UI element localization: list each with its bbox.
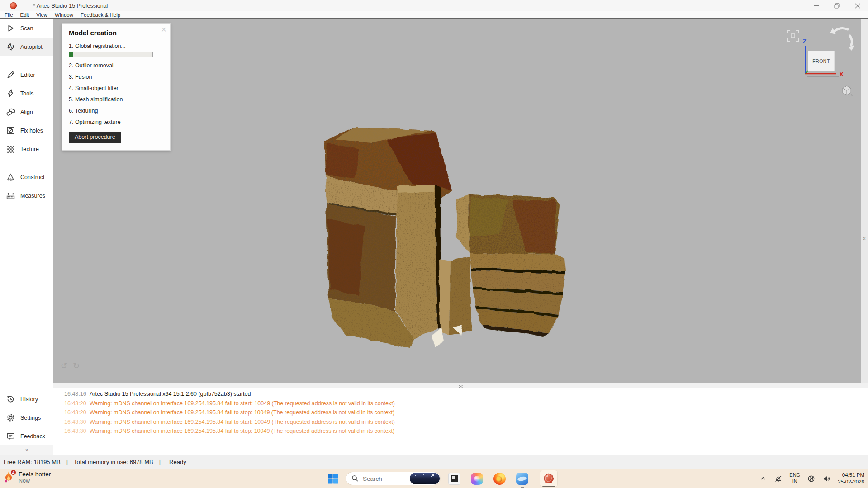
log-timestamp: 16:43:16: [64, 391, 90, 397]
artec-gem-icon: [543, 473, 555, 484]
sidebar-item-tools[interactable]: Tools: [0, 84, 53, 103]
title-bar: * Artec Studio 15 Professional: [0, 0, 868, 11]
model-step: 2. Outlier removal: [69, 62, 165, 69]
model-step: 1. Global registration...: [69, 43, 165, 49]
active-app-indicator: [542, 486, 555, 488]
language-indicator[interactable]: ENG IN: [789, 472, 800, 485]
model-step: 5. Mesh simplification: [69, 96, 165, 103]
log-line: 16:43:16Artec Studio 15 Professional x64…: [64, 391, 868, 400]
align-icon: [6, 107, 15, 117]
taskbar-search[interactable]: [346, 472, 441, 485]
search-input[interactable]: [363, 475, 408, 482]
sidebar-item-scan[interactable]: Scan: [0, 19, 53, 38]
model-steps: 1. Global registration...2. Outlier remo…: [69, 43, 165, 125]
z-axis-label[interactable]: Z: [802, 37, 806, 45]
fit-view-icon[interactable]: [787, 30, 798, 41]
log-message: Warning: mDNS channel on interface 169.2…: [90, 428, 394, 434]
log-message: Warning: mDNS channel on interface 169.2…: [90, 400, 395, 407]
sidebar-item-label: Editor: [20, 72, 35, 78]
sidebar-item-align[interactable]: Align: [0, 103, 53, 121]
panel-close-icon[interactable]: ×: [161, 24, 166, 35]
tray-overflow-chevron-icon[interactable]: [759, 474, 767, 483]
redo-button[interactable]: ↻: [73, 361, 80, 371]
log-timestamp: 16:43:30: [64, 428, 90, 434]
view-cube-icon[interactable]: [843, 86, 853, 95]
tools-icon: [6, 89, 15, 98]
viewport-3d[interactable]: Z X FRONT ↺ ↻: [53, 19, 861, 383]
scan-icon: [6, 24, 15, 33]
system-tray: ENG IN 04:51 PM 25-02-2026: [759, 469, 864, 488]
sidebar-item-editor[interactable]: Editor: [0, 66, 53, 84]
svg-text:A: A: [9, 44, 12, 49]
menu-window[interactable]: Window: [55, 12, 73, 18]
model-step: 4. Small-object filter: [69, 85, 165, 91]
sidebar-item-label: Autopilot: [20, 44, 43, 50]
view-cube-front-face[interactable]: FRONT: [808, 51, 835, 71]
status-bar: Free RAM: 18195 MB | Total memory in use…: [0, 455, 868, 469]
texture-icon: [6, 144, 15, 154]
menu-view[interactable]: View: [36, 12, 47, 18]
sidebar-separator: [0, 61, 53, 61]
do-not-disturb-bell-icon[interactable]: [774, 474, 783, 483]
weather-widget[interactable]: 4 Feels hotter Now: [4, 470, 51, 484]
sidebar-item-label: Fix holes: [20, 128, 43, 134]
x-axis-label[interactable]: X: [839, 70, 844, 78]
copilot-app-icon[interactable]: [471, 473, 483, 485]
settings-icon: [6, 413, 15, 422]
rotate-view-arrows-icon[interactable]: [835, 28, 852, 45]
log-timestamp: 16:43:20: [64, 409, 90, 416]
free-ram-status: Free RAM: 18195 MB: [4, 459, 61, 465]
sidebar-item-measures[interactable]: Measures: [0, 186, 53, 205]
menu-edit[interactable]: Edit: [20, 12, 29, 18]
sidebar-separator: [0, 163, 53, 163]
sidebar-item-construct[interactable]: Construct: [0, 168, 53, 186]
undo-button[interactable]: ↺: [61, 361, 67, 371]
editor-icon: [6, 70, 15, 80]
weather-alert-badge: 4: [10, 469, 17, 476]
log-line: 16:43:20Warning: mDNS channel on interfa…: [64, 400, 868, 410]
sidebar-collapse-button[interactable]: «: [0, 445, 53, 455]
sidebar-item-label: History: [20, 396, 38, 403]
artec-studio-app-icon[interactable]: [540, 470, 558, 487]
log-message: Artec Studio 15 Professional x64 15.1.2.…: [90, 391, 251, 397]
menu-file[interactable]: File: [5, 12, 13, 18]
minimize-button[interactable]: [806, 0, 826, 11]
volume-icon[interactable]: [822, 474, 831, 483]
log-message: Warning: mDNS channel on interface 169.2…: [90, 419, 395, 425]
log-panel: 16:43:16Artec Studio 15 Professional x64…: [53, 388, 868, 455]
right-panel-collapse-handle[interactable]: «: [861, 19, 868, 383]
tray-date: 25-02-2026: [838, 479, 864, 485]
log-collapse-bar[interactable]: [53, 383, 868, 388]
sidebar-item-label: Align: [20, 109, 33, 115]
teams-app-icon[interactable]: [516, 473, 528, 485]
file-explorer-app-icon[interactable]: [448, 473, 460, 485]
running-app-indicator: [521, 487, 524, 488]
sidebar-item-fix-holes[interactable]: Fix holes: [0, 121, 53, 140]
sidebar-item-feedback[interactable]: Feedback: [0, 427, 53, 445]
firefox-app-icon[interactable]: [493, 473, 506, 485]
scanned-model-mesh[interactable]: [318, 123, 574, 354]
sidebar-item-label: Construct: [20, 174, 45, 180]
sidebar-item-texture[interactable]: Texture: [0, 140, 53, 158]
menu-feedback-help[interactable]: Feedback & Help: [81, 12, 120, 18]
clock-widget[interactable]: 04:51 PM 25-02-2026: [838, 472, 864, 485]
progress-bar: [69, 52, 153, 57]
sidebar-item-label: Measures: [20, 193, 45, 199]
close-button[interactable]: [847, 0, 868, 11]
sidebar-item-settings[interactable]: Settings: [0, 408, 53, 427]
autopilot-icon: A: [6, 42, 15, 52]
weather-subtext: Now: [19, 478, 51, 484]
fix-holes-icon: [6, 126, 15, 135]
start-button[interactable]: [327, 473, 339, 484]
window-title: * Artec Studio 15 Professional: [33, 3, 108, 9]
search-icon: [351, 475, 359, 482]
sidebar-item-history[interactable]: History: [0, 390, 53, 408]
history-icon: [6, 394, 15, 404]
model-step: 7. Optimizing texture: [69, 119, 165, 125]
no-internet-globe-icon[interactable]: [807, 474, 816, 483]
sidebar-item-autopilot[interactable]: AAutopilot: [0, 38, 53, 56]
search-highlight-thumbnail[interactable]: [410, 473, 440, 484]
app-window: { "window": { "title": "* Artec Studio 1…: [0, 0, 868, 488]
abort-procedure-button[interactable]: Abort procedure: [69, 132, 121, 143]
restore-button[interactable]: [826, 0, 847, 11]
